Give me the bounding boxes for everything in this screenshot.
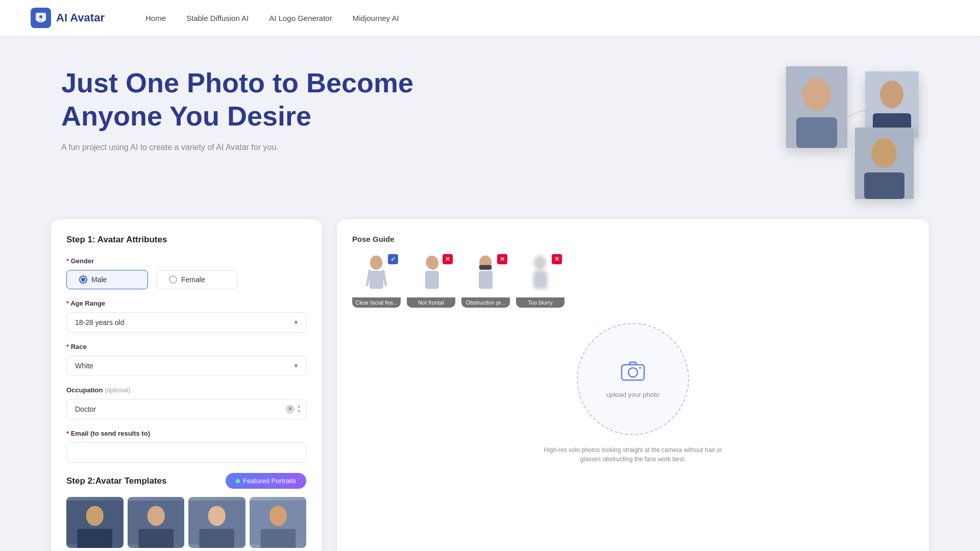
pose-card-1: ✓ Clear facial fea... — [352, 252, 401, 308]
upload-label: upload your photo — [606, 391, 659, 398]
pose-card-2: ✕ Not frontal — [407, 252, 455, 308]
svg-rect-33 — [533, 271, 547, 289]
hero-image-bottom-right — [855, 128, 914, 199]
svg-point-23 — [370, 256, 382, 270]
template-card-4[interactable] — [250, 497, 307, 548]
logo-text: AI Avatar — [56, 11, 105, 24]
svg-rect-16 — [138, 529, 174, 548]
step2-header: Step 2:Avatar Templates Featured Portrai… — [66, 473, 306, 489]
pose-card-4: ✕ Too blurry — [516, 252, 565, 308]
age-select-wrap: 18-28 years old ▼ — [66, 312, 306, 333]
pose-label-2: Not frontal — [407, 297, 455, 308]
featured-portraits-button[interactable]: Featured Portraits — [226, 473, 306, 489]
pose-badge-1: ✓ — [388, 254, 398, 264]
main-content: Step 1: Avatar Attributes * Gender Male … — [0, 209, 980, 551]
step2-title-text: Step 2:Avatar Templates — [66, 476, 167, 486]
svg-point-15 — [147, 506, 164, 525]
svg-rect-24 — [370, 271, 383, 289]
template-card-3[interactable] — [188, 497, 246, 548]
occupation-down-icon[interactable]: ▼ — [297, 409, 301, 414]
svg-point-35 — [628, 368, 638, 377]
female-radio-circle — [169, 276, 177, 284]
occupation-clear-button[interactable]: ✕ — [285, 405, 295, 414]
gender-male-option[interactable]: Male — [66, 270, 148, 289]
gender-radio-group: Male Female — [66, 270, 306, 289]
logo[interactable]: AI Avatar — [31, 8, 105, 28]
svg-point-9 — [871, 138, 897, 168]
male-label: Male — [91, 276, 107, 284]
pose-examples: ✓ Clear facial fea... ✕ Not frontal — [352, 252, 914, 308]
left-panel: Step 1: Avatar Attributes * Gender Male … — [51, 219, 322, 551]
featured-dot-icon — [236, 479, 240, 483]
svg-point-21 — [269, 506, 286, 525]
female-label: Female — [181, 276, 205, 284]
occupation-label: Occupation (optional) — [66, 386, 306, 394]
occupation-wrap: ✕ ▲ ▼ — [66, 399, 306, 419]
pose-label-4: Too blurry — [516, 297, 565, 308]
age-label: * Age Range — [66, 299, 306, 307]
gender-female-option[interactable]: Female — [156, 270, 238, 289]
featured-btn-label: Featured Portraits — [243, 477, 296, 485]
pose-badge-3: ✕ — [497, 254, 507, 264]
logo-icon — [31, 8, 51, 28]
pose-guide-title: Pose Guide — [352, 235, 914, 243]
occupation-input[interactable] — [66, 399, 306, 419]
hero-title-line2: Anyone You Desire — [61, 99, 413, 133]
upload-area[interactable]: upload your photo — [577, 323, 689, 435]
svg-rect-22 — [260, 529, 296, 548]
templates-grid — [66, 497, 306, 548]
svg-point-32 — [534, 256, 546, 270]
template-card-2[interactable] — [128, 497, 185, 548]
svg-rect-13 — [77, 529, 112, 548]
nav-home[interactable]: Home — [145, 14, 166, 22]
pose-card-3: ✕ Obstruction pr... — [461, 252, 510, 308]
pose-label-1: Clear facial fea... — [352, 297, 401, 308]
hero-title: Just One Photo to Become Anyone You Desi… — [61, 66, 413, 133]
step1-title: Step 1: Avatar Attributes — [66, 235, 306, 245]
svg-rect-19 — [199, 529, 234, 548]
svg-rect-31 — [479, 271, 493, 289]
svg-line-25 — [367, 271, 370, 285]
template-card-1[interactable] — [66, 497, 124, 548]
occupation-arrows: ▲ ▼ — [297, 404, 301, 414]
email-input[interactable] — [66, 442, 306, 463]
hero-text: Just One Photo to Become Anyone You Desi… — [61, 66, 413, 152]
svg-point-3 — [802, 78, 831, 111]
svg-rect-34 — [622, 365, 644, 380]
hero-section: Just One Photo to Become Anyone You Desi… — [0, 36, 980, 209]
race-select-wrap: White ▼ — [66, 356, 306, 376]
race-label: * Race — [66, 343, 306, 350]
occupation-controls: ✕ ▲ ▼ — [285, 404, 301, 414]
svg-point-6 — [880, 81, 903, 108]
upload-hint: High-res solo photos looking straight at… — [536, 445, 730, 464]
right-panel: Pose Guide ✓ Clear facial fea... — [337, 219, 929, 551]
gender-required-marker: * — [66, 257, 71, 265]
email-label: * Email (to send results to) — [66, 430, 306, 437]
pose-badge-2: ✕ — [443, 254, 453, 264]
svg-rect-28 — [425, 271, 439, 289]
svg-rect-30 — [479, 265, 492, 269]
pose-label-3: Obstruction pr... — [461, 297, 510, 308]
hero-images — [755, 66, 919, 199]
pose-badge-4: ✕ — [552, 254, 562, 264]
svg-rect-10 — [864, 172, 904, 199]
svg-point-36 — [639, 367, 641, 369]
hero-subtitle: A fun project using AI to create a varie… — [61, 143, 413, 152]
hero-image-main — [786, 66, 847, 148]
svg-point-1 — [39, 15, 42, 18]
svg-rect-4 — [796, 117, 837, 148]
age-select[interactable]: 18-28 years old — [66, 312, 306, 333]
svg-line-26 — [383, 271, 386, 285]
svg-point-12 — [86, 506, 104, 525]
svg-point-27 — [424, 254, 440, 271]
hero-title-line1: Just One Photo to Become — [61, 66, 413, 99]
nav-stable-diffusion[interactable]: Stable Diffusion AI — [186, 14, 249, 22]
male-radio-circle — [79, 276, 87, 284]
svg-point-18 — [208, 506, 226, 525]
nav-logo-generator[interactable]: AI Logo Generator — [269, 14, 332, 22]
gender-label: * Gender — [66, 257, 306, 265]
nav-midjourney[interactable]: Midjourney AI — [353, 14, 399, 22]
camera-icon — [621, 360, 645, 386]
race-select[interactable]: White — [66, 356, 306, 376]
navbar: AI Avatar Home Stable Diffusion AI AI Lo… — [0, 0, 980, 36]
